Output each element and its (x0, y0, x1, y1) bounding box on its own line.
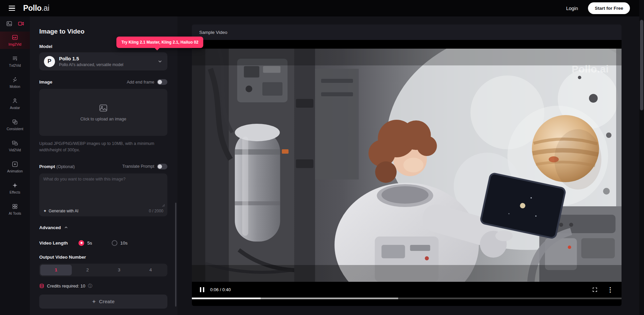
prompt-footer: ✦ Generate with AI 0 / 2000 (43, 209, 163, 213)
sidebar-item-label: Motion (10, 85, 20, 89)
image-label: Image (39, 80, 52, 85)
sample-video-card: Sample Video (192, 24, 622, 306)
add-end-frame-label: Add end frame (127, 80, 154, 85)
time-display: 0:06 / 0:40 (210, 287, 231, 292)
logo-text: Pollo (23, 4, 42, 12)
main-area: Sample Video (177, 16, 644, 315)
page-scrollbar[interactable] (639, 0, 644, 315)
sidebar-item-animation[interactable]: Animation (0, 158, 30, 176)
translate-prompt-toggle[interactable]: Translate Prompt (122, 164, 167, 169)
upload-image-icon (99, 103, 108, 113)
advanced-section-toggle[interactable]: Advanced (39, 225, 167, 230)
output-count-option-3[interactable]: 3 (103, 265, 135, 275)
sidebar-mode-tabs (6, 20, 24, 27)
chevron-up-icon (64, 225, 68, 230)
video-length-row: Video Length 5s 10s (39, 240, 167, 246)
sidebar-item-label: Img2Vid (8, 42, 21, 46)
video-progress-bar[interactable] (192, 298, 622, 299)
image-mode-icon[interactable] (6, 20, 12, 27)
more-options-icon[interactable]: ⋮ (607, 286, 613, 293)
sidebar-item-label: Effects (10, 190, 20, 194)
video-length-option-5s[interactable]: 5s (78, 240, 92, 246)
toggle-knob[interactable] (157, 79, 167, 85)
scrollbar-thumb[interactable] (640, 20, 643, 110)
sidebar-item-effects[interactable]: Effects (0, 179, 30, 197)
login-link[interactable]: Login (566, 6, 578, 11)
effects-icon (12, 182, 18, 189)
upload-hint: Upload JPG/PNG/WEBP images up to 10MB, w… (39, 141, 167, 154)
output-video-number-label: Output Video Number (39, 255, 167, 260)
sidebar-item-label: Vid2Vid (9, 148, 21, 152)
sidebar-item-ai-tools[interactable]: AI Tools (0, 201, 30, 218)
model-name: Pollo 1.5 (59, 56, 123, 61)
char-counter: 0 / 2000 (149, 209, 163, 213)
output-count-option-2[interactable]: 2 (72, 265, 103, 275)
image-upload-dropzone[interactable]: Click to upload an image (39, 89, 167, 136)
output-video-number-segmented: 1 2 3 4 (39, 264, 167, 276)
sidebar-item-label: Txt2Vid (9, 63, 21, 67)
app-logo[interactable]: Pollo.ai (23, 4, 49, 13)
sidebar-item-label: AI Tools (9, 211, 21, 215)
pollo-model-logo-icon: P (44, 56, 55, 67)
txt2vid-icon (12, 55, 18, 62)
pause-icon[interactable] (200, 287, 204, 292)
sidebar-item-label: Avatar (10, 106, 20, 110)
sidebar-item-label: Consistent (7, 127, 23, 131)
hamburger-menu-icon[interactable] (9, 6, 15, 11)
fullscreen-icon[interactable] (592, 287, 598, 293)
add-end-frame-toggle[interactable]: Add end frame (127, 79, 167, 85)
chevron-down-icon (157, 59, 163, 64)
credits-coin-icon (39, 283, 44, 288)
sample-video-frame (192, 49, 622, 282)
vid2vid-icon (12, 140, 18, 146)
start-for-free-button[interactable]: Start for Free (588, 2, 630, 14)
output-count-option-4[interactable]: 4 (135, 265, 166, 275)
upload-instruction: Click to upload an image (80, 117, 126, 121)
toggle-knob[interactable] (157, 164, 167, 169)
video-length-option-10s[interactable]: 10s (112, 240, 128, 246)
info-icon[interactable]: ⓘ (88, 283, 92, 289)
prompt-input[interactable] (43, 177, 163, 207)
sample-video-title: Sample Video (192, 24, 622, 40)
avatar-icon (12, 98, 18, 104)
sidebar-item-consistent[interactable]: Consistent (0, 116, 30, 134)
img2vid-icon (12, 34, 18, 41)
topbar-actions: Login Start for Free (566, 2, 635, 14)
prompt-box: ✦ Generate with AI 0 / 2000 (39, 173, 167, 216)
prompt-optional-label: (Optional) (56, 164, 75, 169)
page-title: Image to Video (39, 28, 167, 35)
sparkle-icon: ✦ (92, 299, 96, 304)
sidebar-item-avatar[interactable]: Avatar (0, 95, 30, 112)
left-panel: Image to Video Model P Pollo 1.5 Pollo A… (30, 16, 177, 315)
credits-row: Credits required: 10 ⓘ (39, 283, 167, 289)
panel-scrollbar[interactable] (175, 203, 176, 307)
video-mode-icon[interactable] (18, 20, 24, 27)
sidebar-item-vid2vid[interactable]: Vid2Vid (0, 137, 30, 155)
played-bar (192, 298, 261, 299)
resize-grip-icon[interactable] (162, 204, 165, 207)
sparkle-icon: ✦ (43, 209, 47, 213)
model-selector[interactable]: P Pollo 1.5 Pollo AI's advanced, versati… (39, 52, 167, 70)
logo-suffix: .ai (42, 4, 49, 12)
motion-icon (12, 76, 18, 83)
prompt-label: Prompt (Optional) (39, 164, 75, 169)
sidebar-item-img2vid[interactable]: Img2Vid (0, 32, 30, 49)
top-bar: Pollo.ai Login Start for Free (0, 0, 644, 16)
video-length-label: Video Length (39, 241, 68, 246)
output-count-option-1[interactable]: 1 (40, 265, 72, 275)
model-info: Pollo 1.5 Pollo AI's advanced, versatile… (59, 56, 123, 67)
model-promo-tooltip[interactable]: Try Kling 2.1 Master, Kling 2.1, Hailuo … (116, 37, 203, 48)
radio-selected-icon (78, 240, 84, 246)
sidebar-item-label: Animation (7, 169, 23, 173)
credits-required-text: Credits required: 10 (47, 283, 85, 288)
generate-with-ai-button[interactable]: ✦ Generate with AI (43, 209, 78, 213)
ai-tools-icon (12, 203, 18, 210)
create-button[interactable]: ✦ Create (39, 295, 167, 309)
radio-unselected-icon (112, 240, 117, 246)
video-player[interactable]: Pollo.ai 0:06 / 0:40 ⋮ (192, 40, 622, 306)
sidebar-item-txt2vid[interactable]: Txt2Vid (0, 53, 30, 70)
sidebar-item-motion[interactable]: Motion (0, 74, 30, 91)
sidebar: Img2Vid Txt2Vid Motion Avatar Consistent… (0, 16, 30, 315)
animation-icon (12, 161, 18, 167)
consistent-icon (12, 119, 18, 125)
